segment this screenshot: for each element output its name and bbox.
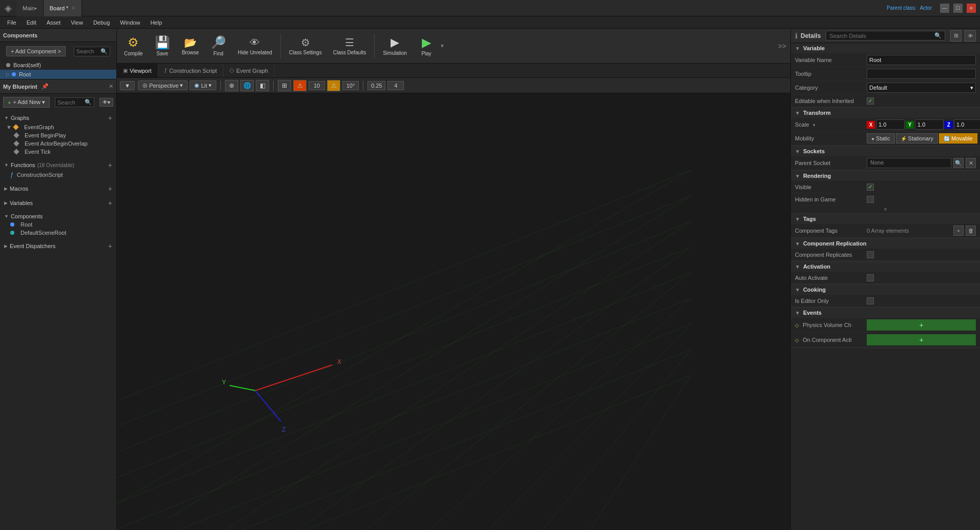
- tab-viewport[interactable]: ▣ Viewport: [117, 64, 158, 77]
- mobility-stationary-button[interactable]: ⚡ Stationary: [896, 133, 938, 144]
- maximize-button[interactable]: ☐: [953, 4, 963, 13]
- play-dropdown-arrow[interactable]: ▾: [440, 40, 445, 51]
- editor-only-checkbox[interactable]: [867, 297, 874, 304]
- tab-construction-script[interactable]: ƒ Construction Script: [158, 64, 224, 77]
- vp-icon-btn-3[interactable]: ◧: [256, 80, 269, 91]
- visible-checkbox[interactable]: [867, 184, 874, 191]
- socket-search-button[interactable]: 🔍: [953, 158, 964, 168]
- close-tab-icon[interactable]: ✕: [71, 5, 75, 11]
- compile-button[interactable]: ⚙ Compile: [119, 31, 148, 62]
- simulation-button[interactable]: ▶ Simulation: [378, 31, 412, 62]
- variables-header[interactable]: ▶ Variables +: [0, 198, 116, 208]
- details-grid-view-button[interactable]: ⊞: [950, 30, 962, 42]
- vp-icon-btn-2[interactable]: 🌐: [240, 80, 254, 91]
- vp-icon-btn-6[interactable]: ⚠: [327, 80, 340, 91]
- component-board-self[interactable]: Board(self): [0, 60, 116, 70]
- component-root[interactable]: ▷ Root: [0, 70, 116, 79]
- hide-unrelated-button[interactable]: 👁 Hide Unrelated: [233, 31, 277, 62]
- replication-section-header[interactable]: ▼ Component Replication: [791, 238, 980, 249]
- menu-view[interactable]: View: [66, 18, 88, 27]
- socket-clear-button[interactable]: ✕: [966, 158, 976, 168]
- tab-main[interactable]: Main•: [16, 0, 44, 16]
- event-actor-begin-overlap-item[interactable]: Event ActorBeginOverlap: [0, 139, 116, 148]
- graphs-header[interactable]: ▼ Graphs +: [0, 113, 116, 123]
- details-eye-button[interactable]: 👁: [965, 30, 976, 42]
- details-search-input[interactable]: [829, 33, 934, 39]
- find-button[interactable]: 🔎 Find: [205, 31, 232, 62]
- events-section-header[interactable]: ▼ Events: [791, 308, 980, 318]
- hidden-checkbox[interactable]: [867, 196, 874, 203]
- default-scene-root-item[interactable]: DefaultSceneRoot: [0, 229, 116, 237]
- graphs-add-button[interactable]: +: [108, 114, 112, 122]
- sockets-section-header[interactable]: ▼ Sockets: [791, 146, 980, 156]
- menu-window[interactable]: Window: [115, 18, 145, 27]
- components-tree-header[interactable]: ▼ Components: [0, 212, 116, 220]
- class-defaults-button[interactable]: ☰ Class Defaults: [328, 31, 371, 62]
- physics-volume-add-button[interactable]: +: [867, 319, 976, 331]
- activation-section-header[interactable]: ▼ Activation: [791, 261, 980, 272]
- mobility-static-button[interactable]: ● Static: [867, 133, 895, 144]
- angle1-button[interactable]: 10°: [342, 81, 359, 90]
- browse-button[interactable]: 📂 Browse: [177, 31, 204, 62]
- macros-add-button[interactable]: +: [108, 185, 112, 193]
- vp-icon-btn-5[interactable]: ⚠: [293, 80, 307, 91]
- macros-header[interactable]: ▶ Macros +: [0, 184, 116, 194]
- event-dispatchers-header[interactable]: ▶ Event Dispatchers +: [0, 241, 116, 251]
- minimize-button[interactable]: —: [940, 4, 949, 13]
- mobility-movable-button[interactable]: 🔄 Movable: [939, 133, 977, 144]
- construction-script-item[interactable]: ƒ ConstructionScript: [0, 170, 116, 179]
- tags-section-header[interactable]: ▼ Tags: [791, 214, 980, 224]
- blueprint-eye-button[interactable]: 👁▾: [99, 98, 113, 107]
- vp-icon-btn-4[interactable]: ⊞: [278, 80, 291, 91]
- event-graph-item[interactable]: ▼ EventGraph: [0, 123, 116, 131]
- functions-add-button[interactable]: +: [108, 161, 112, 169]
- blueprint-close-icon[interactable]: ✕: [109, 83, 113, 90]
- transform-section-header[interactable]: ▼ Transform: [791, 108, 980, 118]
- root-comp-item[interactable]: Root: [0, 220, 116, 229]
- event-tick-item[interactable]: Event Tick: [0, 148, 116, 156]
- rendering-section-header[interactable]: ▼ Rendering: [791, 171, 980, 181]
- component-search-input[interactable]: [76, 48, 100, 54]
- save-button[interactable]: 💾 Save: [149, 31, 176, 62]
- tags-add-button[interactable]: +: [953, 226, 964, 236]
- menu-help[interactable]: Help: [145, 18, 167, 27]
- play-button[interactable]: ▶ Play: [413, 31, 440, 62]
- viewport-collapse-button[interactable]: ▼: [120, 81, 135, 90]
- menu-file[interactable]: File: [2, 18, 22, 27]
- num-button[interactable]: 4: [387, 81, 404, 90]
- event-begin-play-item[interactable]: Event BeginPlay: [0, 131, 116, 139]
- blueprint-pin-icon[interactable]: 📌: [42, 83, 49, 90]
- perspective-button[interactable]: ◎ Perspective ▾: [138, 80, 188, 90]
- scale-x-input[interactable]: [876, 119, 905, 130]
- variables-add-button[interactable]: +: [108, 199, 112, 207]
- editable-checkbox[interactable]: [867, 97, 874, 105]
- category-dropdown[interactable]: Default ▾: [867, 83, 976, 93]
- scale-z-input[interactable]: [954, 119, 980, 130]
- tab-board[interactable]: Board * ✕: [44, 0, 83, 16]
- menu-debug[interactable]: Debug: [88, 18, 115, 27]
- close-button[interactable]: ✕: [967, 4, 976, 13]
- class-settings-button[interactable]: ⚙ Class Settings: [284, 31, 327, 62]
- menu-edit[interactable]: Edit: [22, 18, 42, 27]
- tab-event-graph[interactable]: ⬡ Event Graph: [223, 64, 275, 77]
- on-component-act-add-button[interactable]: +: [867, 334, 976, 345]
- add-component-button[interactable]: + Add Component >: [6, 46, 66, 56]
- vp-icon-btn-1[interactable]: ⊕: [225, 80, 238, 91]
- variable-name-input[interactable]: [867, 55, 976, 65]
- functions-header[interactable]: ▼ Functions (18 Overridable) +: [0, 160, 116, 170]
- tags-del-button[interactable]: 🗑: [966, 226, 976, 236]
- toolbar-expand-button[interactable]: >>: [776, 40, 788, 52]
- cooking-section-header[interactable]: ▼ Cooking: [791, 284, 980, 295]
- event-dispatchers-add-button[interactable]: +: [108, 242, 112, 250]
- menu-asset[interactable]: Asset: [42, 18, 66, 27]
- auto-activate-checkbox[interactable]: [867, 274, 874, 281]
- variable-section-header[interactable]: ▼ Variable: [791, 43, 980, 53]
- camera-speed-button[interactable]: 10: [309, 81, 325, 90]
- replicates-checkbox[interactable]: [867, 251, 874, 258]
- lit-button[interactable]: ◉ Lit ▾: [190, 80, 216, 90]
- blueprint-search-input[interactable]: [57, 99, 85, 106]
- scale-button[interactable]: 0.25: [368, 81, 385, 90]
- add-new-button[interactable]: + + Add New ▾: [3, 97, 50, 108]
- scale-y-input[interactable]: [915, 119, 944, 130]
- tooltip-input[interactable]: [867, 69, 976, 79]
